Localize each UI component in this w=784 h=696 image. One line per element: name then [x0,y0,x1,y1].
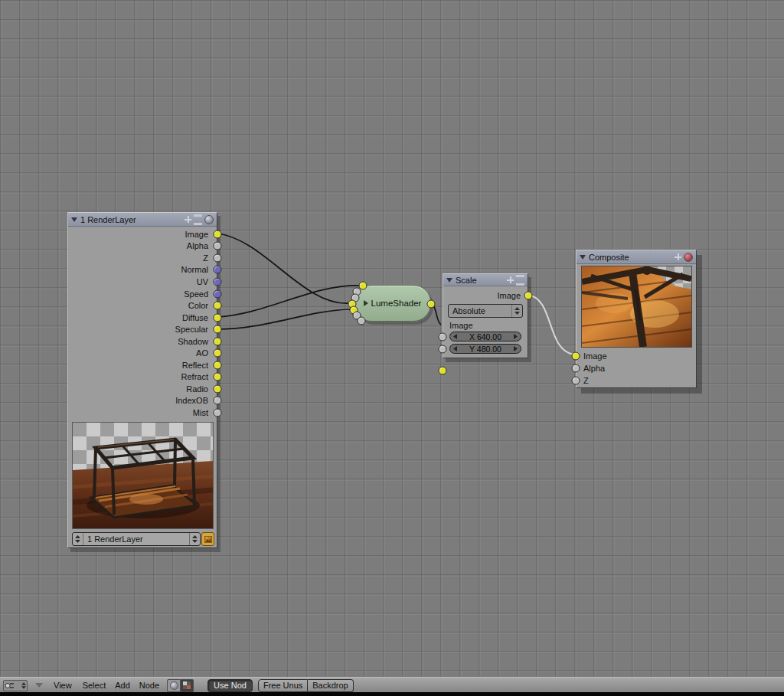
output-socket-diffuse[interactable] [214,313,222,322]
output-row: Speed [68,288,217,300]
render-layer-header[interactable]: 1 RenderLayer [68,213,217,227]
composite-image-socket[interactable] [572,351,580,360]
image-icon-button[interactable] [201,532,214,546]
output-socket-shadow[interactable] [214,337,222,345]
layer-selector-value: 1 RenderLayer [83,534,189,544]
output-socket-ao[interactable] [214,349,222,358]
input-label: Z [583,376,589,385]
scale-x-field[interactable]: X 640.00 [449,332,521,341]
menu-add[interactable]: Add [115,681,130,690]
output-label: Specular [175,325,208,334]
output-label: Image [497,291,521,300]
output-socket-z[interactable] [214,253,222,262]
stepper-icon[interactable] [189,533,200,545]
scale-mode-dropdown[interactable]: Absolute [448,304,523,318]
increment-arrow-icon[interactable] [514,334,518,339]
node-render-layer[interactable]: 1 RenderLayer Image Alpha Z Normal UV Sp… [67,212,217,548]
output-row: AO [68,347,217,359]
composite-header[interactable]: Composite [577,250,696,264]
wire-image-to-lumeshader [217,234,349,303]
stepper-icon[interactable] [511,305,522,317]
menu-node[interactable]: Node [139,681,159,690]
composite-nodes-icon [183,681,191,689]
output-socket-image[interactable] [214,230,222,238]
collapse-icon[interactable] [580,255,586,260]
node-composite[interactable]: Composite [576,250,697,388]
menu-icon[interactable] [516,275,524,286]
stepper-icon[interactable] [21,682,26,689]
composite-input-row: Alpha [577,362,696,374]
output-socket-alpha[interactable] [214,242,222,250]
render-preview-image [72,422,214,529]
output-label: IndexOB [175,396,208,405]
increment-arrow-icon[interactable] [514,346,518,351]
scale-y-field[interactable]: Y 480.00 [449,344,521,354]
use-nodes-button[interactable]: Use Nod [207,679,253,692]
plus-icon[interactable] [185,216,191,223]
dropdown-value: Absolute [449,306,511,315]
output-label: Image [185,230,208,239]
lumeshader-input-socket[interactable] [358,317,366,325]
output-row: Image [68,228,217,240]
collapse-icon[interactable] [446,278,452,283]
output-label: Reflect [182,361,208,370]
collapse-icon[interactable] [71,217,77,222]
backdrop-button[interactable]: Backdrop [308,679,353,692]
composite-preview-image [581,266,692,348]
node-editor-header-bar: View Select Add Node Use Nod Free Unus B… [0,677,784,693]
output-row: Shadow [68,335,217,348]
composite-z-socket[interactable] [572,376,580,384]
wire-scale-to-composite [528,295,573,355]
output-socket-indexob[interactable] [214,397,222,405]
plus-icon[interactable] [507,276,514,283]
composite-alpha-socket[interactable] [572,364,580,372]
free-unused-button[interactable]: Free Unus [258,679,308,692]
output-label: Normal [181,265,208,274]
output-socket-radio[interactable] [214,384,222,393]
output-socket-reflect[interactable] [214,361,222,369]
output-socket-mist[interactable] [214,408,222,417]
collapse-icon[interactable] [364,300,368,306]
output-socket-speed[interactable] [214,289,222,298]
menu-select[interactable]: Select [83,681,106,690]
node-scale[interactable]: Scale Image Absolute Image X 640.00 [443,273,528,358]
output-label: Z [203,253,208,263]
node-lumeshader[interactable]: LumeShader [354,285,431,322]
output-row: Diffuse [68,312,217,324]
plus-icon[interactable] [675,253,681,260]
output-row: Z [68,252,217,264]
scale-input-socket[interactable] [439,367,447,375]
output-socket-normal[interactable] [214,266,222,274]
panel-collapse-icon[interactable] [35,683,43,688]
image-icon [204,536,212,543]
output-label: Speed [184,289,208,299]
node-title: Scale [456,276,507,285]
node-editor-canvas[interactable]: 1 RenderLayer Image Alpha Z Normal UV Sp… [0,0,784,696]
input-label: Image [583,351,607,361]
editor-type-selector[interactable] [3,680,28,691]
scale-x-socket[interactable] [439,333,447,341]
output-label: Radio [186,384,208,394]
menu-icon[interactable] [194,214,202,225]
output-row: Radio [68,383,217,395]
node-title: LumeShader [371,299,422,308]
scale-output-socket[interactable] [524,292,533,300]
menu-view[interactable]: View [54,681,72,690]
output-label: AO [196,348,208,358]
scale-x-value: X 640.00 [457,332,514,341]
composite-nodes-toggle[interactable] [181,679,194,692]
lumeshader-output-socket[interactable] [427,300,436,309]
output-socket-refract[interactable] [214,373,222,381]
scale-y-socket[interactable] [439,345,447,354]
output-socket-uv[interactable] [214,277,222,286]
node-editor-icon [5,681,15,690]
output-socket-color[interactable] [214,302,222,310]
layer-selector[interactable]: 1 RenderLayer [72,532,201,546]
output-row: IndexOB [68,395,217,407]
material-nodes-toggle[interactable] [167,679,181,692]
output-socket-specular[interactable] [214,325,222,334]
scale-header[interactable]: Scale [443,274,528,286]
stepper-icon[interactable] [73,533,83,545]
input-label: Alpha [583,364,605,373]
node-title: 1 RenderLayer [80,215,185,224]
